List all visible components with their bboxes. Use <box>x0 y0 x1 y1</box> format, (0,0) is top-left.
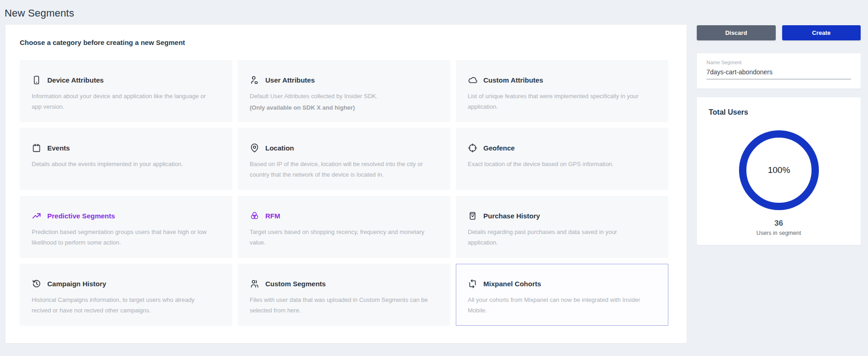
users-caption: Users in segment <box>697 230 861 236</box>
category-description: Target users based on shopping recency, … <box>238 221 450 248</box>
users-icon <box>250 279 259 289</box>
rfm-venn-icon <box>250 211 259 221</box>
create-button[interactable]: Create <box>782 25 861 40</box>
category-card-predictive-segments[interactable]: Predictive Segments Prediction based seg… <box>20 196 232 258</box>
category-title: Geofence <box>483 144 515 152</box>
cloud-icon <box>468 75 477 85</box>
device-icon <box>32 75 41 85</box>
category-grid: Device Attributes Information about your… <box>20 60 668 326</box>
trending-up-icon <box>32 211 41 221</box>
category-card-events[interactable]: Events Details about the events implemen… <box>20 128 232 190</box>
category-card-custom-segments[interactable]: Custom Segments Files with user data tha… <box>238 264 450 326</box>
category-title: User Attributes <box>265 76 315 84</box>
category-card-rfm[interactable]: RFM Target users based on shopping recen… <box>238 196 450 258</box>
category-description: Exact location of the device based on GP… <box>456 153 668 170</box>
category-title: Campaign History <box>47 280 106 288</box>
name-segment-input[interactable] <box>706 68 851 79</box>
category-title: Location <box>265 144 294 152</box>
category-description: Prediction based segmentation groups use… <box>20 221 232 248</box>
category-title: Purchase History <box>483 212 540 220</box>
users-count: 36 <box>697 219 861 228</box>
category-title: Device Attributes <box>47 76 104 84</box>
category-description: Default User Attributes collected by Ins… <box>238 85 450 102</box>
category-title: RFM <box>265 212 280 220</box>
category-description: List of unique features that were implem… <box>456 85 668 112</box>
total-users-donut-chart: 100% <box>735 127 823 214</box>
geofence-icon <box>468 143 477 153</box>
donut-percent-label: 100% <box>735 127 823 214</box>
category-card-geofence[interactable]: Geofence Exact location of the device ba… <box>456 128 668 190</box>
category-card-purchase-history[interactable]: Purchase History Details regarding past … <box>456 196 668 258</box>
total-users-card: Total Users 100% 36 Users in segment <box>697 97 861 245</box>
category-card-campaign-history[interactable]: Campaign History Historical Campaigns in… <box>20 264 232 326</box>
category-description: Information about your device and applic… <box>20 85 232 112</box>
discard-button[interactable]: Discard <box>697 25 776 40</box>
category-description: Details regarding past purchases and dat… <box>456 221 668 248</box>
name-segment-label: Name Segment <box>706 60 851 65</box>
receipt-icon <box>468 211 477 221</box>
category-description: Files with user data that was uploaded i… <box>238 289 450 316</box>
category-card-device-attributes[interactable]: Device Attributes Information about your… <box>20 60 232 122</box>
category-card-custom-attributes[interactable]: Custom Attributes List of unique feature… <box>456 60 668 122</box>
category-description-note: (Only available on SDK X and higher) <box>238 102 450 113</box>
category-description: All your cohorts from Mixpanel can now b… <box>456 289 668 316</box>
repeat-icon <box>468 279 477 289</box>
category-description: Details about the events implemented in … <box>20 153 232 170</box>
total-users-heading: Total Users <box>709 108 748 117</box>
category-title: Custom Segments <box>265 280 326 288</box>
category-card-mixpanel-cohorts[interactable]: Mixpanel Cohorts All your cohorts from M… <box>456 264 668 326</box>
category-title: Mixpanel Cohorts <box>483 280 541 288</box>
category-title: Custom Attributes <box>483 76 543 84</box>
history-clock-icon <box>32 279 41 289</box>
category-card-user-attributes[interactable]: User Attributes Default User Attributes … <box>238 60 450 122</box>
page-title: New Segments <box>5 7 74 19</box>
segment-category-panel: Choose a category before creating a new … <box>6 25 687 343</box>
name-segment-card: Name Segment <box>697 53 861 89</box>
category-card-location[interactable]: Location Based on IP of the device, loca… <box>238 128 450 190</box>
panel-heading: Choose a category before creating a new … <box>20 39 185 46</box>
category-description: Historical Campaigns information, to tar… <box>20 289 232 316</box>
calendar-icon <box>32 143 41 153</box>
map-pin-icon <box>250 143 259 153</box>
category-title: Events <box>47 144 70 152</box>
action-buttons: Discard Create <box>697 25 861 40</box>
category-description: Based on IP of the device, location will… <box>238 153 450 180</box>
user-icon <box>250 75 259 85</box>
category-title: Predictive Segments <box>47 212 115 220</box>
